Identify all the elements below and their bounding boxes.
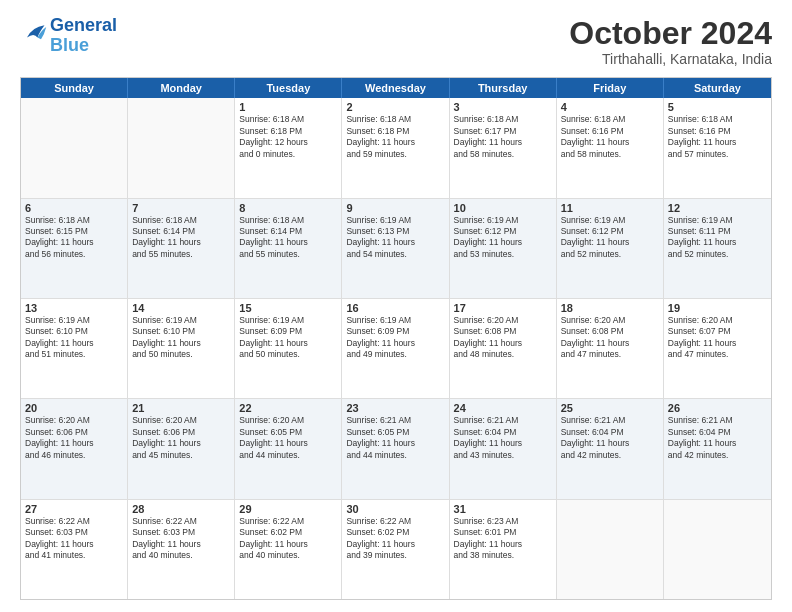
cell-date-number: 20 <box>25 402 123 414</box>
cell-date-number: 19 <box>668 302 767 314</box>
calendar-cell: 12Sunrise: 6:19 AM Sunset: 6:11 PM Dayli… <box>664 199 771 298</box>
calendar-cell: 20Sunrise: 6:20 AM Sunset: 6:06 PM Dayli… <box>21 399 128 498</box>
calendar-cell: 6Sunrise: 6:18 AM Sunset: 6:15 PM Daylig… <box>21 199 128 298</box>
cell-date-number: 9 <box>346 202 444 214</box>
calendar-cell: 18Sunrise: 6:20 AM Sunset: 6:08 PM Dayli… <box>557 299 664 398</box>
cell-info: Sunrise: 6:23 AM Sunset: 6:01 PM Dayligh… <box>454 516 552 562</box>
cell-date-number: 6 <box>25 202 123 214</box>
cell-date-number: 13 <box>25 302 123 314</box>
cell-info: Sunrise: 6:19 AM Sunset: 6:12 PM Dayligh… <box>561 215 659 261</box>
cell-date-number: 21 <box>132 402 230 414</box>
calendar-cell: 14Sunrise: 6:19 AM Sunset: 6:10 PM Dayli… <box>128 299 235 398</box>
calendar-header: SundayMondayTuesdayWednesdayThursdayFrid… <box>21 78 771 98</box>
header-day-friday: Friday <box>557 78 664 98</box>
calendar-cell: 9Sunrise: 6:19 AM Sunset: 6:13 PM Daylig… <box>342 199 449 298</box>
header-day-thursday: Thursday <box>450 78 557 98</box>
cell-date-number: 26 <box>668 402 767 414</box>
cell-info: Sunrise: 6:21 AM Sunset: 6:04 PM Dayligh… <box>561 415 659 461</box>
cell-info: Sunrise: 6:20 AM Sunset: 6:08 PM Dayligh… <box>561 315 659 361</box>
calendar-cell: 15Sunrise: 6:19 AM Sunset: 6:09 PM Dayli… <box>235 299 342 398</box>
cell-date-number: 1 <box>239 101 337 113</box>
cell-info: Sunrise: 6:19 AM Sunset: 6:09 PM Dayligh… <box>346 315 444 361</box>
cell-info: Sunrise: 6:20 AM Sunset: 6:05 PM Dayligh… <box>239 415 337 461</box>
calendar-row-0: 1Sunrise: 6:18 AM Sunset: 6:18 PM Daylig… <box>21 98 771 198</box>
cell-date-number: 22 <box>239 402 337 414</box>
cell-info: Sunrise: 6:18 AM Sunset: 6:18 PM Dayligh… <box>346 114 444 160</box>
cell-info: Sunrise: 6:19 AM Sunset: 6:10 PM Dayligh… <box>132 315 230 361</box>
cell-date-number: 4 <box>561 101 659 113</box>
cell-date-number: 14 <box>132 302 230 314</box>
cell-date-number: 25 <box>561 402 659 414</box>
cell-info: Sunrise: 6:22 AM Sunset: 6:03 PM Dayligh… <box>25 516 123 562</box>
calendar-cell: 11Sunrise: 6:19 AM Sunset: 6:12 PM Dayli… <box>557 199 664 298</box>
cell-date-number: 31 <box>454 503 552 515</box>
cell-date-number: 5 <box>668 101 767 113</box>
cell-info: Sunrise: 6:18 AM Sunset: 6:18 PM Dayligh… <box>239 114 337 160</box>
cell-date-number: 7 <box>132 202 230 214</box>
cell-date-number: 30 <box>346 503 444 515</box>
cell-info: Sunrise: 6:21 AM Sunset: 6:04 PM Dayligh… <box>668 415 767 461</box>
logo-text: General Blue <box>50 16 117 56</box>
cell-info: Sunrise: 6:18 AM Sunset: 6:14 PM Dayligh… <box>132 215 230 261</box>
cell-date-number: 16 <box>346 302 444 314</box>
calendar-cell: 13Sunrise: 6:19 AM Sunset: 6:10 PM Dayli… <box>21 299 128 398</box>
cell-date-number: 23 <box>346 402 444 414</box>
calendar-cell: 29Sunrise: 6:22 AM Sunset: 6:02 PM Dayli… <box>235 500 342 599</box>
cell-info: Sunrise: 6:22 AM Sunset: 6:02 PM Dayligh… <box>239 516 337 562</box>
cell-info: Sunrise: 6:18 AM Sunset: 6:16 PM Dayligh… <box>668 114 767 160</box>
cell-date-number: 12 <box>668 202 767 214</box>
calendar-cell: 21Sunrise: 6:20 AM Sunset: 6:06 PM Dayli… <box>128 399 235 498</box>
header-day-tuesday: Tuesday <box>235 78 342 98</box>
cell-info: Sunrise: 6:22 AM Sunset: 6:03 PM Dayligh… <box>132 516 230 562</box>
cell-date-number: 11 <box>561 202 659 214</box>
calendar-cell: 4Sunrise: 6:18 AM Sunset: 6:16 PM Daylig… <box>557 98 664 197</box>
cell-info: Sunrise: 6:19 AM Sunset: 6:09 PM Dayligh… <box>239 315 337 361</box>
calendar-cell: 31Sunrise: 6:23 AM Sunset: 6:01 PM Dayli… <box>450 500 557 599</box>
cell-info: Sunrise: 6:20 AM Sunset: 6:06 PM Dayligh… <box>25 415 123 461</box>
cell-date-number: 27 <box>25 503 123 515</box>
cell-info: Sunrise: 6:19 AM Sunset: 6:12 PM Dayligh… <box>454 215 552 261</box>
cell-date-number: 28 <box>132 503 230 515</box>
cell-info: Sunrise: 6:18 AM Sunset: 6:14 PM Dayligh… <box>239 215 337 261</box>
calendar-row-4: 27Sunrise: 6:22 AM Sunset: 6:03 PM Dayli… <box>21 500 771 599</box>
calendar-cell: 27Sunrise: 6:22 AM Sunset: 6:03 PM Dayli… <box>21 500 128 599</box>
calendar-cell: 22Sunrise: 6:20 AM Sunset: 6:05 PM Dayli… <box>235 399 342 498</box>
calendar-cell: 2Sunrise: 6:18 AM Sunset: 6:18 PM Daylig… <box>342 98 449 197</box>
cell-date-number: 3 <box>454 101 552 113</box>
calendar-row-2: 13Sunrise: 6:19 AM Sunset: 6:10 PM Dayli… <box>21 299 771 399</box>
calendar-cell: 8Sunrise: 6:18 AM Sunset: 6:14 PM Daylig… <box>235 199 342 298</box>
calendar-cell: 5Sunrise: 6:18 AM Sunset: 6:16 PM Daylig… <box>664 98 771 197</box>
cell-info: Sunrise: 6:19 AM Sunset: 6:10 PM Dayligh… <box>25 315 123 361</box>
calendar-cell: 26Sunrise: 6:21 AM Sunset: 6:04 PM Dayli… <box>664 399 771 498</box>
calendar-cell: 19Sunrise: 6:20 AM Sunset: 6:07 PM Dayli… <box>664 299 771 398</box>
month-title: October 2024 <box>569 16 772 51</box>
calendar-cell: 10Sunrise: 6:19 AM Sunset: 6:12 PM Dayli… <box>450 199 557 298</box>
location: Tirthahalli, Karnataka, India <box>569 51 772 67</box>
calendar: SundayMondayTuesdayWednesdayThursdayFrid… <box>20 77 772 600</box>
calendar-cell: 28Sunrise: 6:22 AM Sunset: 6:03 PM Dayli… <box>128 500 235 599</box>
cell-info: Sunrise: 6:18 AM Sunset: 6:15 PM Dayligh… <box>25 215 123 261</box>
calendar-cell <box>664 500 771 599</box>
calendar-cell: 23Sunrise: 6:21 AM Sunset: 6:05 PM Dayli… <box>342 399 449 498</box>
cell-info: Sunrise: 6:22 AM Sunset: 6:02 PM Dayligh… <box>346 516 444 562</box>
cell-date-number: 18 <box>561 302 659 314</box>
calendar-row-1: 6Sunrise: 6:18 AM Sunset: 6:15 PM Daylig… <box>21 199 771 299</box>
header-day-monday: Monday <box>128 78 235 98</box>
cell-info: Sunrise: 6:20 AM Sunset: 6:06 PM Dayligh… <box>132 415 230 461</box>
cell-info: Sunrise: 6:19 AM Sunset: 6:13 PM Dayligh… <box>346 215 444 261</box>
calendar-cell: 1Sunrise: 6:18 AM Sunset: 6:18 PM Daylig… <box>235 98 342 197</box>
cell-date-number: 8 <box>239 202 337 214</box>
cell-info: Sunrise: 6:18 AM Sunset: 6:17 PM Dayligh… <box>454 114 552 160</box>
cell-date-number: 15 <box>239 302 337 314</box>
calendar-cell <box>557 500 664 599</box>
cell-info: Sunrise: 6:21 AM Sunset: 6:05 PM Dayligh… <box>346 415 444 461</box>
cell-date-number: 29 <box>239 503 337 515</box>
header-day-saturday: Saturday <box>664 78 771 98</box>
calendar-cell <box>21 98 128 197</box>
calendar-cell <box>128 98 235 197</box>
cell-info: Sunrise: 6:21 AM Sunset: 6:04 PM Dayligh… <box>454 415 552 461</box>
cell-date-number: 17 <box>454 302 552 314</box>
header-day-sunday: Sunday <box>21 78 128 98</box>
calendar-cell: 7Sunrise: 6:18 AM Sunset: 6:14 PM Daylig… <box>128 199 235 298</box>
header-day-wednesday: Wednesday <box>342 78 449 98</box>
